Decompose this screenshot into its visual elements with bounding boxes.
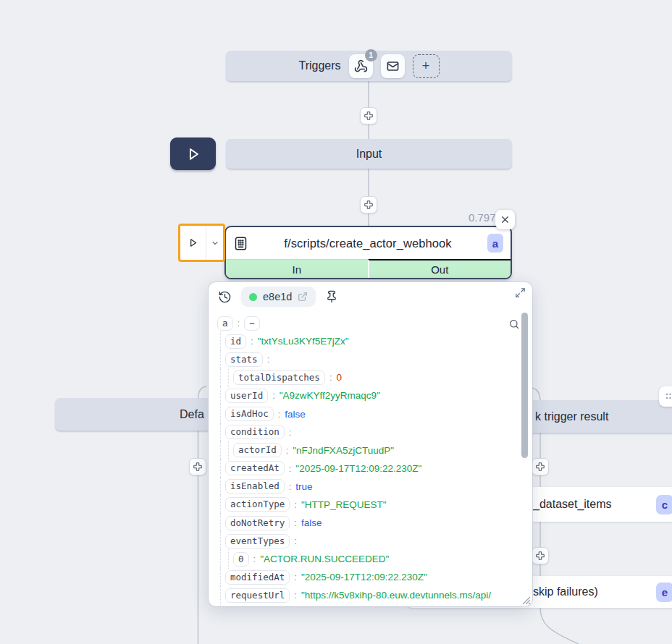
json-key[interactable]: eventTypes — [225, 534, 290, 548]
json-row: actionType:"HTTP_REQUEST" — [209, 496, 513, 514]
json-value: "2025-09-17T12:09:22.230Z" — [295, 463, 421, 474]
json-key[interactable]: id — [225, 334, 246, 349]
indent-guide — [220, 585, 221, 605]
run-id-pill[interactable]: e8e1d — [241, 287, 316, 307]
add-step-button[interactable] — [189, 458, 206, 475]
edge-skip-down — [540, 608, 579, 644]
json-colon: : — [289, 481, 292, 492]
json-value: "nFJndFXA5zjCTuudP" — [293, 445, 394, 456]
drag-dots-icon — [665, 393, 672, 400]
chevron-down-icon — [211, 239, 219, 247]
script-node-badge: a — [487, 234, 503, 253]
add-step-button[interactable] — [360, 107, 377, 124]
run-options-button[interactable] — [206, 226, 223, 260]
json-key[interactable]: actorId — [233, 443, 282, 457]
script-icon — [233, 236, 248, 251]
indent-guide — [220, 495, 221, 514]
run-step-button[interactable] — [180, 226, 206, 260]
json-key[interactable]: requestUrl — [225, 588, 290, 603]
tab-out[interactable]: Out — [368, 259, 511, 278]
indent-guide — [220, 423, 221, 442]
json-key[interactable]: userId — [225, 389, 268, 403]
json-key[interactable]: doNotRetry — [225, 516, 290, 530]
expand-icon — [515, 287, 526, 298]
json-colon: : — [294, 499, 297, 510]
script-node-header: f/scripts/create_actor_webhook a — [226, 227, 511, 259]
json-row: id:"txtYsLu3KYf5E7jZx" — [209, 332, 513, 350]
json-key[interactable]: stats — [225, 352, 263, 367]
run-flow-button[interactable] — [170, 137, 216, 170]
indent-guide — [220, 531, 221, 551]
cross-plus-icon — [364, 200, 374, 210]
add-trigger-button[interactable]: + — [413, 54, 440, 78]
json-value: "A9zwKYff2yyRmaqc9" — [280, 390, 380, 401]
skip-failures-label: skip failures) — [533, 585, 598, 598]
webhook-trigger-button[interactable]: 1 — [349, 54, 373, 78]
node-actions-button[interactable] — [659, 386, 672, 407]
json-value: "https://k5v8xihp-80.euw.devtunnels.ms/a… — [301, 590, 491, 601]
play-icon — [188, 237, 198, 248]
script-node-title: f/scripts/create_actor_webhook — [254, 237, 482, 250]
json-key[interactable]: createdAt — [225, 461, 285, 475]
json-row: requestUrl:"https://k5v8xihp-80.euw.devt… — [209, 586, 513, 604]
mail-icon — [386, 59, 400, 73]
json-row: createdAt:"2025-09-17T12:09:22.230Z" — [209, 459, 513, 478]
close-preview-button[interactable] — [495, 210, 515, 229]
expand-panel-button[interactable] — [515, 287, 526, 298]
add-step-button[interactable] — [360, 196, 377, 213]
indent-guide — [228, 549, 229, 569]
indent-guide — [220, 567, 221, 587]
triggers-label: Triggers — [298, 59, 340, 72]
cross-plus-icon — [193, 462, 203, 472]
json-row: 0:"ACTOR.RUN.SUCCEEDED" — [209, 550, 513, 568]
cross-plus-icon — [535, 462, 545, 472]
indent-guide — [220, 477, 221, 496]
cross-plus-icon — [364, 111, 374, 121]
panel-resize-handle[interactable] — [520, 594, 531, 605]
json-key[interactable]: condition — [225, 425, 285, 439]
indent-guide — [220, 549, 221, 569]
json-colon: : — [294, 590, 297, 601]
json-row: a:− — [209, 314, 513, 332]
json-key[interactable]: 0 — [233, 552, 249, 567]
script-node[interactable]: f/scripts/create_actor_webhook a In Out — [224, 226, 512, 279]
external-link-icon[interactable] — [298, 292, 308, 302]
add-step-button[interactable] — [532, 547, 549, 564]
json-key[interactable]: a — [217, 316, 233, 331]
run-success-dot — [249, 293, 257, 301]
cross-plus-icon — [535, 551, 545, 561]
indent-guide — [220, 331, 221, 351]
indent-guide — [220, 386, 221, 405]
json-key[interactable]: actionType — [225, 497, 290, 512]
json-row: eventTypes: — [209, 532, 513, 550]
add-step-button[interactable] — [532, 458, 549, 475]
script-node-tabs: In Out — [226, 259, 511, 278]
history-icon[interactable] — [218, 290, 232, 304]
skip-node-badge: e — [656, 582, 672, 602]
json-key[interactable]: isAdHoc — [225, 407, 274, 421]
json-key[interactable]: totalDispatches — [233, 370, 325, 385]
indent-guide — [220, 459, 221, 478]
flow-editor-canvas: Triggers 1 + — [0, 0, 672, 644]
triggers-node[interactable]: Triggers 1 + — [226, 51, 512, 81]
play-icon — [185, 146, 201, 162]
pin-icon[interactable] — [325, 290, 338, 303]
json-key[interactable]: isEnabled — [225, 479, 285, 493]
json-colon: : — [253, 554, 256, 564]
json-value: "ACTOR.RUN.SUCCEEDED" — [260, 554, 389, 564]
input-node[interactable]: Input — [226, 139, 512, 169]
email-trigger-button[interactable] — [381, 54, 405, 78]
tab-in[interactable]: In — [226, 259, 368, 278]
indent-guide — [220, 513, 221, 533]
resize-grip-icon — [520, 594, 531, 605]
webhook-icon — [354, 59, 368, 73]
json-colon: : — [267, 354, 270, 365]
json-key[interactable]: modifiedAt — [225, 570, 290, 585]
panel-scrollbar[interactable] — [521, 313, 528, 458]
json-colon: : — [238, 318, 240, 329]
input-label: Input — [356, 148, 382, 161]
collapse-toggle[interactable]: − — [244, 316, 260, 331]
output-panel: e8e1d a:−id:"txtYsLu3KYf5E7jZx"stats:tot… — [209, 282, 532, 606]
indent-guide — [220, 368, 221, 387]
json-colon: : — [286, 445, 289, 456]
